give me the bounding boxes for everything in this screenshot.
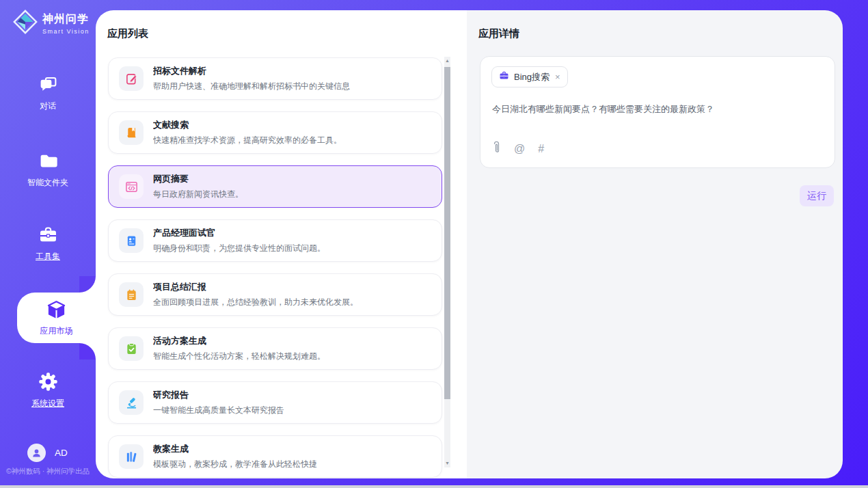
active-tab-curve xyxy=(79,276,96,293)
app-detail-panel: 应用详情 Bing搜索 × 今日湖北有哪些新闻要点？有哪些需要关注的最新政策？ xyxy=(467,10,843,478)
scroll-down-icon[interactable]: ▼ xyxy=(444,460,450,467)
app-card-text: 教案生成模板驱动，教案秒成，教学准备从此轻松快捷 xyxy=(153,443,317,470)
toolbox-icon xyxy=(38,225,58,247)
prompt-toolbar: @ # xyxy=(492,140,544,157)
app-title: 招标文件解析 xyxy=(153,65,350,77)
app-card-text: 产品经理面试官明确身份和职责，为您提供专业性的面试问题。 xyxy=(153,227,325,254)
sidebar-item-smart-folder[interactable]: 智能文件夹 xyxy=(0,151,96,189)
tool-chip-bing-search[interactable]: Bing搜索 × xyxy=(491,66,568,87)
close-icon[interactable]: × xyxy=(555,72,560,82)
mention-icon[interactable]: @ xyxy=(514,143,525,155)
sidebar-item-label: 智能文件夹 xyxy=(27,177,68,189)
prompt-card: Bing搜索 × 今日湖北有哪些新闻要点？有哪些需要关注的最新政策？ @ # xyxy=(480,56,835,168)
book-icon xyxy=(119,120,144,145)
clipboard-check-icon xyxy=(119,336,144,361)
attachment-icon[interactable] xyxy=(492,140,501,157)
app-description: 全面回顾项目进展，总结经验教训，助力未来优化发展。 xyxy=(153,297,358,308)
app-description: 每日政府新闻资讯快查。 xyxy=(153,189,243,200)
gear-icon xyxy=(38,372,58,394)
app-detail-title: 应用详情 xyxy=(478,27,519,40)
tool-chip-label: Bing搜索 xyxy=(514,71,550,83)
sidebar: 神州问学 Smart Vision 对话 智能文件夹 xyxy=(0,0,96,488)
app-title: 项目总结汇报 xyxy=(153,281,358,293)
hash-icon[interactable]: # xyxy=(538,143,544,155)
app-card-text: 文献搜索快速精准查找学术资源，提高研究效率的必备工具。 xyxy=(153,119,342,146)
notepad-icon xyxy=(119,282,144,307)
app-list-title: 应用列表 xyxy=(107,27,148,40)
chat-icon xyxy=(38,74,58,97)
sidebar-item-app-market[interactable]: 应用市场 xyxy=(17,293,96,343)
folder-icon xyxy=(38,151,58,174)
content-area: 应用列表 招标文件解析帮助用户快速、准确地理解和解析招标书中的关键信息 文献搜索… xyxy=(96,10,843,478)
brand-logo: 神州问学 Smart Vision xyxy=(12,9,90,38)
app-description: 帮助用户快速、准确地理解和解析招标书中的关键信息 xyxy=(153,81,350,92)
app-card[interactable]: 活动方案生成智能生成个性化活动方案，轻松解决规划难题。 xyxy=(108,327,442,370)
run-button[interactable]: 运行 xyxy=(800,185,834,206)
resume-icon xyxy=(119,228,144,253)
cube-icon xyxy=(46,299,67,323)
app-card-text: 研究报告一键智能生成高质量长文本研究报告 xyxy=(153,389,284,416)
sidebar-item-toolset[interactable]: 工具集 xyxy=(0,225,96,262)
sidebar-item-chat[interactable]: 对话 xyxy=(0,74,96,112)
sidebar-item-label: 工具集 xyxy=(36,251,60,262)
scroll-up-icon[interactable]: ▲ xyxy=(444,57,450,64)
microscope-icon xyxy=(119,390,144,415)
sidebar-item-label: 对话 xyxy=(40,100,56,112)
scrollbar-thumb[interactable] xyxy=(444,67,450,399)
app-card[interactable]: 产品经理面试官明确身份和职责，为您提供专业性的面试问题。 xyxy=(108,219,442,262)
app-card[interactable]: 招标文件解析帮助用户快速、准确地理解和解析招标书中的关键信息 xyxy=(108,57,442,100)
user-account[interactable]: AD xyxy=(27,444,68,462)
app-list-panel: 应用列表 招标文件解析帮助用户快速、准确地理解和解析招标书中的关键信息 文献搜索… xyxy=(96,10,467,478)
app-card-text: 招标文件解析帮助用户快速、准确地理解和解析招标书中的关键信息 xyxy=(153,65,350,92)
app-card[interactable]: 研究报告一键智能生成高质量长文本研究报告 xyxy=(108,381,442,424)
sidebar-item-settings[interactable]: 系统设置 xyxy=(0,372,96,409)
app-title: 活动方案生成 xyxy=(153,335,325,347)
app-title: 网页摘要 xyxy=(153,173,243,185)
app-card[interactable]: 网页摘要每日政府新闻资讯快查。 xyxy=(108,165,442,208)
app-card[interactable]: 文献搜索快速精准查找学术资源，提高研究效率的必备工具。 xyxy=(108,111,442,154)
app-list: 招标文件解析帮助用户快速、准确地理解和解析招标书中的关键信息 文献搜索快速精准查… xyxy=(108,57,442,478)
avatar xyxy=(27,444,46,462)
app-card-text: 项目总结汇报全面回顾项目进展，总结经验教训，助力未来优化发展。 xyxy=(153,281,358,308)
app-card-text: 活动方案生成智能生成个性化活动方案，轻松解决规划难题。 xyxy=(153,335,325,362)
app-description: 模板驱动，教案秒成，教学准备从此轻松快捷 xyxy=(153,459,317,470)
active-tab-curve xyxy=(79,343,96,360)
browser-code-icon xyxy=(119,174,144,199)
window-bottom-edge xyxy=(0,485,868,488)
app-title: 教案生成 xyxy=(153,443,317,455)
briefcase-icon xyxy=(499,70,509,83)
user-name: AD xyxy=(55,448,68,458)
brand-diamond-icon xyxy=(12,9,38,38)
app-title: 产品经理面试官 xyxy=(153,227,325,239)
app-title: 文献搜索 xyxy=(153,119,342,131)
list-scrollbar[interactable]: ▲ ▼ xyxy=(444,57,450,467)
copyright-text: ©神州数码 · 神州问学出品 xyxy=(6,467,90,476)
app-description: 一键智能生成高质量长文本研究报告 xyxy=(153,405,284,416)
app-description: 快速精准查找学术资源，提高研究效率的必备工具。 xyxy=(153,135,342,146)
books-icon xyxy=(119,444,144,469)
app-title: 研究报告 xyxy=(153,389,284,401)
sidebar-item-label: 系统设置 xyxy=(31,398,64,409)
app-card-text: 网页摘要每日政府新闻资讯快查。 xyxy=(153,173,243,200)
query-input[interactable]: 今日湖北有哪些新闻要点？有哪些需要关注的最新政策？ xyxy=(492,103,824,116)
app-description: 明确身份和职责，为您提供专业性的面试问题。 xyxy=(153,243,325,254)
pencil-doc-icon xyxy=(119,66,144,91)
brand-subtitle: Smart Vision xyxy=(42,28,90,35)
app-card[interactable]: 项目总结汇报全面回顾项目进展，总结经验教训，助力未来优化发展。 xyxy=(108,273,442,316)
brand-name: 神州问学 xyxy=(42,12,90,27)
sidebar-item-label: 应用市场 xyxy=(40,325,73,337)
app-card[interactable]: 教案生成模板驱动，教案秒成，教学准备从此轻松快捷 xyxy=(108,435,442,478)
app-description: 智能生成个性化活动方案，轻松解决规划难题。 xyxy=(153,351,325,362)
